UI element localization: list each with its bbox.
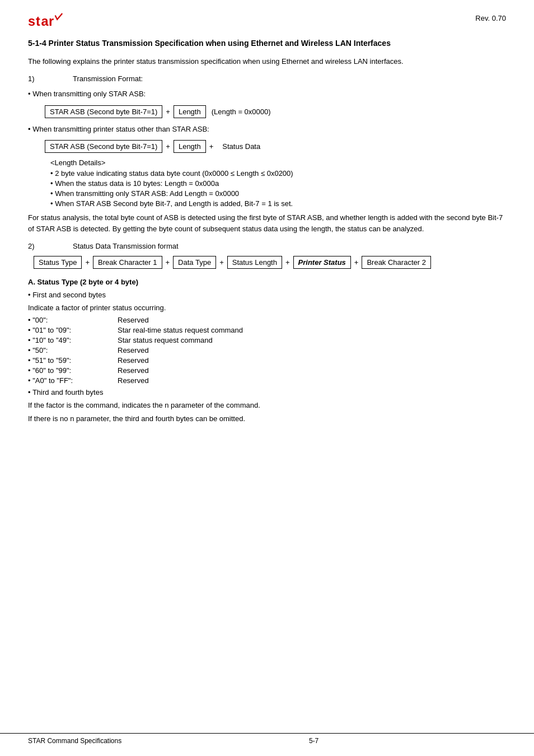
sf-plus-4: + xyxy=(285,258,290,267)
formula2-plus1: + xyxy=(166,142,170,151)
length-bullet-2: • When transmitting only STAR ASB: Add L… xyxy=(50,189,506,198)
third-fourth-label: • Third and fourth bytes xyxy=(28,387,506,398)
svg-text:r: r xyxy=(49,14,54,29)
intro-text: The following explains the printer statu… xyxy=(28,56,506,67)
star-logo-icon: st a r xyxy=(28,11,78,31)
formula1-row: STAR ASB (Second byte Bit-7=1) + Length … xyxy=(45,105,506,118)
footer-page-number: 5-7 xyxy=(309,737,318,745)
if-no-n-text: If there is no n parameter, the third an… xyxy=(28,413,506,424)
item-1: 1) Transmission Format: xyxy=(28,74,506,83)
footer-left-text: STAR Command Specifications xyxy=(28,737,121,745)
formula2-box1: STAR ASB (Second byte Bit-7=1) xyxy=(45,140,162,153)
code-val-6: Reserved xyxy=(118,376,149,385)
code-val-5: Reserved xyxy=(118,366,149,375)
formula1-bullet: • When transmitting only STAR ASB: xyxy=(28,88,506,100)
section-title: 5-1-4 Printer Status Transmission Specif… xyxy=(28,38,506,49)
length-details: <Length Details> • 2 byte value indicati… xyxy=(50,158,506,208)
break-char1-box: Break Character 1 xyxy=(93,256,162,269)
formula2-plus2: + xyxy=(209,142,214,151)
code-val-3: Reserved xyxy=(118,346,149,354)
formula2-section: • When transmitting printer status other… xyxy=(28,124,506,153)
status-type-title: A. Status Type (2 byte or 4 byte) xyxy=(28,277,506,288)
sf-plus-1: + xyxy=(85,258,90,267)
status-type-section: A. Status Type (2 byte or 4 byte) • Firs… xyxy=(28,277,506,424)
item-2-label: Status Data Transmission format xyxy=(73,242,179,250)
length-bullet-0: • 2 byte value indicating status data by… xyxy=(50,169,506,178)
page-footer: STAR Command Specifications 5-7 xyxy=(0,733,534,745)
first-second-label: • First and second bytes xyxy=(28,290,506,301)
formula2-bullet: • When transmitting printer status other… xyxy=(28,124,506,135)
item-2: 2) Status Data Transmission format xyxy=(28,242,506,250)
code-val-1: Star real-time status request command xyxy=(118,326,243,334)
code-key-0: • "00": xyxy=(28,316,118,324)
logo: st a r xyxy=(28,11,84,32)
code-key-3: • "50": xyxy=(28,346,118,354)
formula2-row: STAR ASB (Second byte Bit-7=1) + Length … xyxy=(45,140,506,153)
code-key-5: • "60" to "99": xyxy=(28,366,118,375)
status-format-row: Status Type + Break Character 1 + Data T… xyxy=(34,256,506,269)
break-char2-box: Break Character 2 xyxy=(362,256,431,269)
code-row-1: • "01" to "09": Star real-time status re… xyxy=(28,326,506,334)
code-row-0: • "00": Reserved xyxy=(28,316,506,324)
code-row-5: • "60" to "99": Reserved xyxy=(28,366,506,375)
sf-plus-5: + xyxy=(354,258,359,267)
status-type-box: Status Type xyxy=(34,256,82,269)
code-val-0: Reserved xyxy=(118,316,149,324)
code-row-2: • "10" to "49": Star status request comm… xyxy=(28,336,506,344)
length-bullet-1: • When the status data is 10 bytes: Leng… xyxy=(50,179,506,188)
revision-label: Rev. 0.70 xyxy=(475,11,506,22)
length-bullet-3: • When STAR ASB Second byte Bit-7, and L… xyxy=(50,199,506,208)
data-type-box: Data Type xyxy=(173,256,216,269)
item-1-number: 1) xyxy=(28,74,73,83)
formula1-section: • When transmitting only STAR ASB: STAR … xyxy=(28,88,506,118)
formula1-suffix: (Length = 0x0000) xyxy=(212,108,271,116)
code-key-4: • "51" to "59": xyxy=(28,356,118,365)
sf-plus-2: + xyxy=(166,258,170,267)
length-details-title: <Length Details> xyxy=(50,158,506,167)
printer-status-box: Printer Status xyxy=(293,256,351,269)
formula1-plus1: + xyxy=(166,108,170,116)
if-factor-text: If the factor is the command, indicates … xyxy=(28,400,506,411)
code-key-2: • "10" to "49": xyxy=(28,336,118,344)
code-row-6: • "A0" to "FF": Reserved xyxy=(28,376,506,385)
code-val-4: Reserved xyxy=(118,356,149,365)
analysis-paragraph: For status analysis, the total byte coun… xyxy=(28,212,506,234)
code-key-6: • "A0" to "FF": xyxy=(28,376,118,385)
code-row-4: • "51" to "59": Reserved xyxy=(28,356,506,365)
code-row-3: • "50": Reserved xyxy=(28,346,506,354)
code-key-1: • "01" to "09": xyxy=(28,326,118,334)
item-1-label: Transmission Format: xyxy=(73,74,143,83)
formula2-box2: Length xyxy=(174,140,206,153)
svg-text:a: a xyxy=(41,14,49,29)
indicate-text: Indicate a factor of printer status occu… xyxy=(28,302,506,314)
sf-plus-3: + xyxy=(219,258,224,267)
status-length-box: Status Length xyxy=(227,256,282,269)
page-header: st a r Rev. 0.70 xyxy=(28,11,506,32)
formula1-box1: STAR ASB (Second byte Bit-7=1) xyxy=(45,105,162,118)
formula1-box2: Length xyxy=(174,105,206,118)
code-val-2: Star status request command xyxy=(118,336,213,344)
svg-text:st: st xyxy=(28,14,41,29)
item-2-number: 2) xyxy=(28,242,73,250)
formula2-suffix: Status Data xyxy=(222,142,260,151)
